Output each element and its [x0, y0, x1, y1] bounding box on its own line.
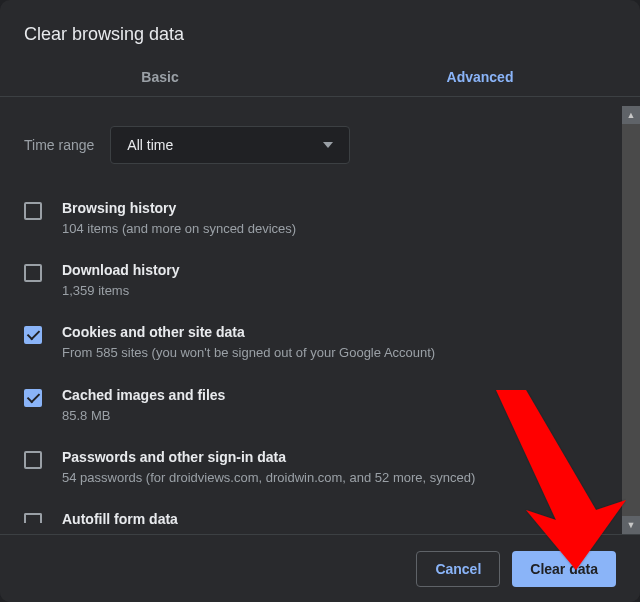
dialog-footer: Cancel Clear data — [0, 534, 640, 602]
option-cookies: Cookies and other site data From 585 sit… — [24, 312, 602, 374]
cancel-button[interactable]: Cancel — [416, 551, 500, 587]
checkbox-download-history[interactable] — [24, 264, 42, 282]
tabs: Basic Advanced — [0, 57, 640, 97]
option-sub: 54 passwords (for droidviews.com, droidw… — [62, 469, 475, 487]
option-title: Browsing history — [62, 200, 296, 216]
time-range-value: All time — [127, 137, 173, 153]
dialog-body: Time range All time Browsing history 104… — [0, 106, 622, 534]
scroll-up-icon[interactable]: ▲ — [622, 106, 640, 124]
option-title: Download history — [62, 262, 179, 278]
option-title: Cookies and other site data — [62, 324, 435, 340]
checkbox-autofill[interactable] — [24, 513, 42, 523]
dialog-title: Clear browsing data — [0, 0, 640, 57]
checkbox-passwords[interactable] — [24, 451, 42, 469]
option-passwords: Passwords and other sign-in data 54 pass… — [24, 437, 602, 499]
scroll-down-icon[interactable]: ▼ — [622, 516, 640, 534]
option-sub: From 585 sites (you won't be signed out … — [62, 344, 435, 362]
option-browsing-history: Browsing history 104 items (and more on … — [24, 188, 602, 250]
clear-data-button[interactable]: Clear data — [512, 551, 616, 587]
option-cached: Cached images and files 85.8 MB — [24, 375, 602, 437]
checkbox-browsing-history[interactable] — [24, 202, 42, 220]
option-sub: 104 items (and more on synced devices) — [62, 220, 296, 238]
option-title: Cached images and files — [62, 387, 225, 403]
tab-advanced[interactable]: Advanced — [320, 59, 640, 95]
checkbox-cached[interactable] — [24, 389, 42, 407]
chevron-down-icon — [323, 142, 333, 148]
option-title: Autofill form data — [62, 511, 178, 527]
option-sub: 1,359 items — [62, 282, 179, 300]
time-range-select[interactable]: All time — [110, 126, 350, 164]
clear-browsing-data-dialog: Clear browsing data Basic Advanced Time … — [0, 0, 640, 602]
checkbox-cookies[interactable] — [24, 326, 42, 344]
option-title: Passwords and other sign-in data — [62, 449, 475, 465]
tab-basic[interactable]: Basic — [0, 59, 320, 95]
option-autofill: Autofill form data — [24, 499, 602, 534]
option-sub: 85.8 MB — [62, 407, 225, 425]
time-range-label: Time range — [24, 137, 94, 153]
option-download-history: Download history 1,359 items — [24, 250, 602, 312]
time-range-row: Time range All time — [24, 126, 602, 164]
scrollbar[interactable]: ▲ ▼ — [622, 106, 640, 534]
